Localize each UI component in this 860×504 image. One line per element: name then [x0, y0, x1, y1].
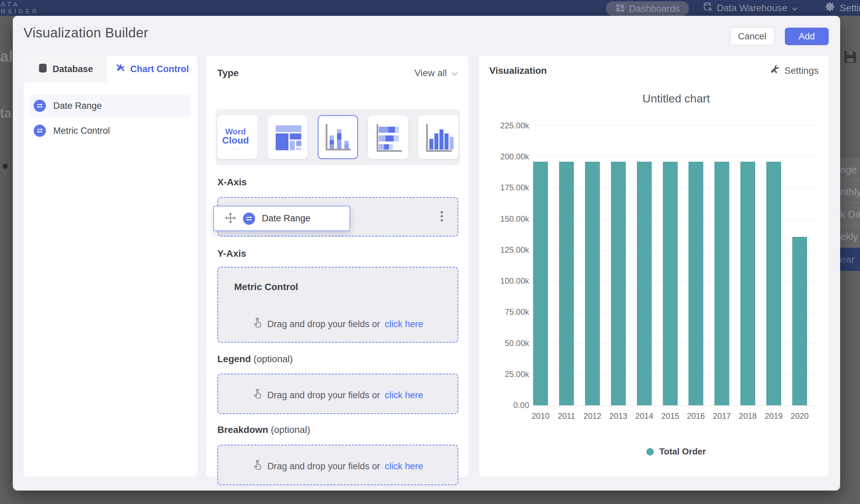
tab-database-label: Database — [53, 64, 93, 74]
chart-bar-2011 — [559, 162, 574, 405]
y-axis-tick-label: 75.00k — [505, 307, 529, 317]
drop-zone-click-here-link[interactable]: click here — [385, 390, 423, 401]
x-axis-tick-label: 2011 — [558, 411, 575, 421]
view-all-label: View all — [415, 68, 447, 78]
database-icon — [38, 63, 48, 75]
chart-settings-label: Settings — [785, 66, 819, 76]
y-axis-tick-label: 125.00k — [500, 245, 529, 255]
chart-bar-2012 — [585, 162, 600, 405]
chart-plot-area: 225.00k200.00k175.00k150.00k125.00k100.0… — [534, 126, 818, 405]
chart-gridline — [534, 126, 818, 126]
top-navigation-bar: ATA NSIDER Dashboards Data Warehouse Set… — [0, 0, 860, 16]
dimmed-bullet — [3, 164, 8, 169]
view-all-dropdown[interactable]: View all — [415, 68, 458, 78]
cancel-button[interactable]: Cancel — [730, 28, 774, 45]
y-axis-section-label: Y-Axis — [217, 248, 246, 259]
x-axis-tick-label: 2016 — [687, 411, 705, 421]
y-axis-drop-zone[interactable]: Metric Control Drag and drop your fields… — [217, 267, 458, 343]
date-range-chip[interactable]: Date Range — [213, 206, 350, 231]
drop-zone-text: Drag and drop your fields or — [267, 319, 380, 330]
breakdown-label-text: Breakdown — [217, 424, 268, 435]
brand-line2: NSIDER — [1, 8, 39, 15]
y-axis-tick-label: 225.00k — [500, 121, 529, 130]
move-icon — [225, 212, 236, 225]
chart-type-stacked-column[interactable] — [318, 115, 358, 159]
sliders-icon — [34, 100, 46, 112]
chart-type-column[interactable] — [418, 115, 458, 159]
data-warehouse-icon — [703, 2, 713, 14]
y-axis-tick-label: 0.00 — [513, 401, 529, 410]
metric-control-zone-title: Metric Control — [234, 282, 298, 292]
sliders-icon — [34, 125, 46, 137]
x-axis-tick-label: 2019 — [765, 411, 783, 421]
brand-line1: ATA — [1, 1, 39, 8]
x-axis-tick-label: 2014 — [635, 411, 653, 421]
visualization-builder-modal: Visualization Builder Cancel Add Databas… — [13, 16, 840, 491]
chevron-down-icon — [451, 68, 458, 78]
drop-zone-click-here-link[interactable]: click here — [385, 319, 423, 330]
chart-type-word-cloud[interactable]: · · · Word Cloud · · · · — [217, 115, 257, 159]
word-cloud-text: Cloud — [217, 136, 257, 145]
chart-bar-2019 — [766, 162, 781, 405]
kebab-menu-icon[interactable] — [440, 210, 444, 225]
x-axis-tick-label: 2017 — [713, 411, 731, 421]
type-section-label: Type — [217, 68, 239, 78]
tab-chart-control-label: Chart Control — [130, 64, 189, 74]
add-button[interactable]: Add — [785, 28, 829, 45]
y-axis-tick-label: 50.00k — [505, 339, 529, 348]
nav-label-dashboards: Dashboards — [629, 3, 680, 14]
x-axis-drop-zone[interactable]: Date Range Date Range — [217, 197, 458, 236]
chart-gridline — [534, 405, 818, 406]
legend-optional-text: (optional) — [254, 354, 293, 364]
x-axis-section-label: X-Axis — [217, 177, 247, 188]
chart-settings-button[interactable]: Settings — [770, 64, 819, 77]
builder-panel: Type View all · · · Word Cloud · · · · — [206, 56, 469, 477]
drop-zone-click-here-link[interactable]: click here — [385, 461, 423, 472]
field-item-date-range[interactable]: Date Range — [30, 95, 191, 117]
chart-title: Untitled chart — [534, 92, 818, 105]
drop-zone-text: Drag and drop your fields or — [267, 390, 380, 401]
nav-item-settings[interactable]: Settings — [825, 0, 860, 16]
y-axis-tick-label: 150.00k — [500, 214, 529, 224]
drop-zone-text: Drag and drop your fields or — [267, 461, 380, 472]
field-item-label: Metric Control — [53, 126, 110, 136]
chip-label: Date Range — [262, 213, 310, 224]
chart-bar-2015 — [663, 162, 678, 405]
brand-logo: ATA NSIDER — [1, 1, 39, 15]
modal-title: Visualization Builder — [24, 25, 148, 40]
legend-drop-zone[interactable]: Drag and drop your fields or click here — [217, 374, 458, 414]
x-axis-tick-label: 2010 — [531, 411, 549, 421]
chart-type-treemap[interactable] — [268, 115, 308, 159]
chart-type-stacked-bar[interactable] — [368, 115, 408, 159]
chart-bar-2017 — [714, 162, 729, 405]
hand-click-icon — [253, 388, 262, 402]
chart-type-strip: · · · Word Cloud · · · · — [216, 109, 460, 165]
dimmed-text-fragment: ta — [0, 106, 12, 120]
chart-legend[interactable]: Total Order — [534, 446, 818, 457]
y-axis-tick-label: 175.00k — [500, 183, 529, 192]
chart-bar-2020 — [792, 237, 807, 405]
field-item-metric-control[interactable]: Metric Control — [30, 119, 191, 142]
dimmed-list-item-selected: ear — [840, 247, 860, 271]
chart-bar-2014 — [637, 162, 652, 405]
nav-item-data-warehouse[interactable]: Data Warehouse — [703, 0, 798, 16]
tab-chart-control[interactable]: Chart Control — [107, 56, 197, 83]
settings-tools-icon — [770, 64, 780, 77]
breakdown-drop-zone[interactable]: Drag and drop your fields or click here — [217, 445, 458, 485]
dimmed-list-item: ekly — [840, 225, 860, 247]
x-axis-tick-label: 2013 — [609, 411, 627, 421]
dimmed-list-item: k Date — [840, 203, 860, 225]
field-item-label: Date Range — [53, 101, 102, 111]
chart-bar-2016 — [688, 162, 703, 405]
word-cloud-text: Word — [217, 128, 257, 136]
nav-item-dashboards[interactable]: Dashboards — [606, 1, 689, 16]
legend-section-label: Legend (optional) — [217, 354, 293, 364]
gear-icon — [825, 1, 836, 14]
y-axis-tick-label: 100.00k — [500, 276, 529, 286]
fields-panel: Database Chart Control Date Range Metric… — [24, 56, 197, 477]
dashboards-icon — [615, 3, 625, 14]
visualization-panel-title: Visualization — [489, 66, 547, 76]
hand-click-icon — [253, 460, 262, 473]
tab-database[interactable]: Database — [24, 56, 107, 83]
x-axis-tick-label: 2015 — [661, 411, 679, 421]
